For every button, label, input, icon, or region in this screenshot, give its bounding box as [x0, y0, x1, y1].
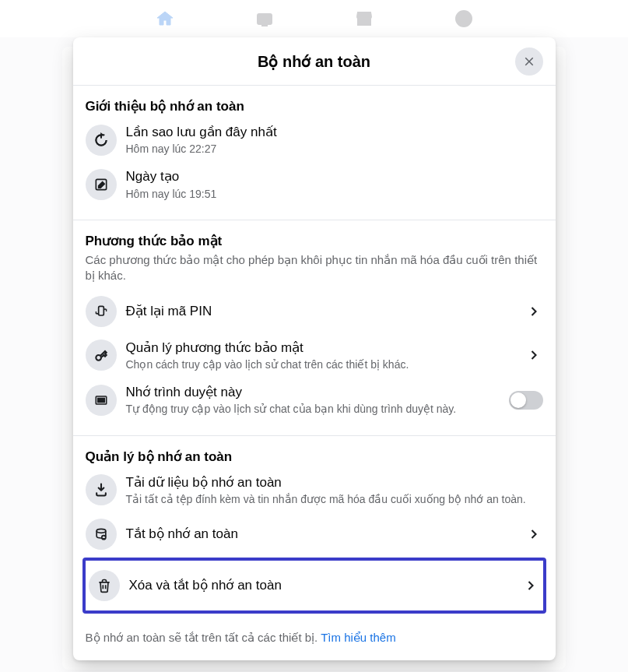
manage-security-label: Quản lý phương thức bảo mật — [126, 340, 515, 356]
chevron-right-icon — [525, 346, 543, 364]
delete-turn-off-label: Xóa và tắt bộ nhớ an toàn — [129, 577, 512, 593]
svg-point-12 — [96, 529, 106, 533]
created-content: Ngày tạo Hôm nay lúc 19:51 — [126, 168, 543, 200]
reset-pin-content: Đặt lại mã PIN — [126, 303, 515, 319]
reset-pin-row[interactable]: Đặt lại mã PIN — [86, 290, 543, 333]
svg-rect-14 — [102, 537, 104, 538]
manage-security-content: Quản lý phương thức bảo mật Chọn cách tr… — [126, 340, 515, 371]
manage-section: Quản lý bộ nhớ an toàn Tải dữ liệu bộ nh… — [73, 436, 556, 621]
refresh-icon — [86, 125, 117, 156]
intro-section: Giới thiệu bộ nhớ an toàn Lần sao lưu gầ… — [73, 86, 556, 220]
toggle-knob — [510, 392, 526, 408]
remember-browser-content: Nhớ trình duyệt này Tự động truy cập vào… — [126, 384, 500, 416]
browser-icon — [86, 385, 117, 416]
turn-off-label: Tắt bộ nhớ an toàn — [126, 526, 515, 542]
close-icon — [522, 55, 536, 69]
chevron-right-icon — [525, 302, 543, 321]
reset-pin-label: Đặt lại mã PIN — [126, 303, 515, 319]
delete-turn-off-row[interactable]: Xóa và tắt bộ nhớ an toàn — [89, 565, 540, 606]
last-backup-row: Lần sao lưu gần đây nhất Hôm nay lúc 22:… — [86, 118, 543, 162]
last-backup-label: Lần sao lưu gần đây nhất — [126, 124, 543, 140]
created-time: Hôm nay lúc 19:51 — [126, 187, 543, 201]
chevron-right-icon — [525, 525, 543, 544]
learn-more-link[interactable]: Tìm hiểu thêm — [321, 631, 396, 644]
security-section: Phương thức bảo mật Các phương thức bảo … — [73, 220, 556, 436]
trash-icon — [89, 570, 120, 601]
manage-security-sub: Chọn cách truy cập vào lịch sử chat trên… — [126, 357, 515, 371]
download-icon — [86, 474, 117, 505]
turn-off-content: Tắt bộ nhớ an toàn — [126, 526, 515, 542]
key-icon — [86, 340, 117, 371]
svg-rect-11 — [97, 398, 103, 402]
storage-off-icon — [86, 519, 117, 550]
manage-title: Quản lý bộ nhớ an toàn — [86, 449, 543, 465]
last-backup-time: Hôm nay lúc 22:27 — [126, 142, 543, 156]
download-data-label: Tải dữ liệu bộ nhớ an toàn — [126, 474, 543, 491]
remember-browser-row: Nhớ trình duyệt này Tự động truy cập vào… — [86, 378, 543, 422]
security-desc: Các phương thức bảo mật cho phép bạn khô… — [86, 252, 543, 283]
svg-point-9 — [96, 355, 101, 361]
footer-note: Bộ nhớ an toàn sẽ tắt trên tất cả các th… — [73, 621, 556, 660]
download-data-sub: Tải tất cả tệp đính kèm và tin nhắn được… — [126, 492, 543, 506]
created-label: Ngày tạo — [126, 168, 543, 185]
phone-swap-icon — [86, 296, 117, 327]
edit-icon — [86, 169, 117, 200]
remember-browser-sub: Tự động truy cập vào lịch sử chat của bạ… — [126, 402, 500, 416]
remember-browser-toggle[interactable] — [509, 391, 543, 410]
modal-header: Bộ nhớ an toàn — [73, 37, 556, 86]
last-backup-content: Lần sao lưu gần đây nhất Hôm nay lúc 22:… — [126, 124, 543, 156]
download-data-content: Tải dữ liệu bộ nhớ an toàn Tải tất cả tệ… — [126, 474, 543, 506]
modal-title: Bộ nhớ an toàn — [258, 52, 370, 71]
security-title: Phương thức bảo mật — [86, 233, 543, 249]
created-row: Ngày tạo Hôm nay lúc 19:51 — [86, 162, 543, 206]
footer-text: Bộ nhớ an toàn sẽ tắt trên tất cả các th… — [86, 631, 321, 644]
svg-rect-8 — [98, 306, 103, 315]
secure-storage-modal: Bộ nhớ an toàn Giới thiệu bộ nhớ an toàn… — [73, 37, 556, 660]
close-button[interactable] — [515, 47, 543, 76]
remember-browser-label: Nhớ trình duyệt này — [126, 384, 500, 400]
delete-turn-off-highlight: Xóa và tắt bộ nhớ an toàn — [82, 558, 546, 614]
manage-security-row[interactable]: Quản lý phương thức bảo mật Chọn cách tr… — [86, 333, 543, 378]
turn-off-row[interactable]: Tắt bộ nhớ an toàn — [86, 512, 543, 556]
delete-turn-off-content: Xóa và tắt bộ nhớ an toàn — [129, 577, 512, 593]
svg-rect-15 — [103, 537, 104, 537]
chevron-right-icon — [521, 576, 540, 595]
intro-title: Giới thiệu bộ nhớ an toàn — [86, 98, 543, 114]
download-data-row[interactable]: Tải dữ liệu bộ nhớ an toàn Tải tất cả tệ… — [86, 468, 543, 512]
